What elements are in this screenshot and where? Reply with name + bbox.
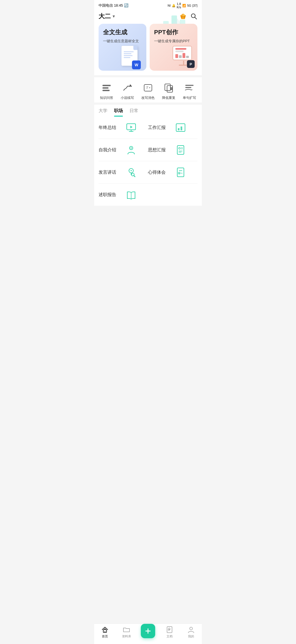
workreport-label: 工作汇报 <box>148 125 170 131</box>
tab-daily[interactable]: 日常 <box>130 108 138 117</box>
tab-workplace[interactable]: 职场 <box>114 108 123 117</box>
menu-row-4: 述职报告 <box>99 184 197 206</box>
svg-rect-14 <box>102 85 111 86</box>
nfc-icon: NI <box>168 4 171 7</box>
search-icon[interactable] <box>190 13 197 20</box>
menu-item-workreport[interactable]: 工作汇报 <box>148 122 197 134</box>
expand-icon <box>183 82 195 94</box>
wifi-icon: 📶 <box>182 4 186 7</box>
ppt-illustration: P <box>173 46 195 68</box>
word-badge: W <box>132 60 141 69</box>
menu-row-1: 年终总结 工作汇报 <box>99 117 197 139</box>
carrier-time: 中国电信 18:45 🔄 <box>99 3 128 8</box>
menu-item-speech[interactable]: 发言讲话 <box>99 166 148 178</box>
dropdown-arrow-icon: ▼ <box>112 14 116 19</box>
rewrite-label: 改写润色 <box>141 96 155 100</box>
sound-icon: 🔔 <box>172 4 176 7</box>
status-bar: 中国电信 18:45 🔄 NI 🔔 1.8K/s 📶 5G [37] <box>94 0 202 10</box>
menu-item-yearsummary[interactable]: 年终总结 <box>99 122 148 134</box>
battery-icon: [37] <box>192 4 197 7</box>
menu-section: 年终总结 工作汇报 <box>94 117 202 206</box>
qa-icon <box>101 82 113 94</box>
novel-label: 小说续写 <box>121 96 134 100</box>
banner-fulltext[interactable]: 全文生成 一键生成任意题材全文 W <box>99 24 146 71</box>
dedup-label: 降低重复 <box>162 96 175 100</box>
svg-text:T: T <box>146 85 148 89</box>
menu-row-2: 自我介绍 思想汇报 <box>99 139 197 161</box>
tab-university[interactable]: 大学 <box>99 108 107 117</box>
selfintro-label: 自我介绍 <box>99 147 121 153</box>
jobreview-label: 述职报告 <box>99 192 121 198</box>
tool-dedup[interactable]: 降低重复 <box>158 82 179 100</box>
experience-label: 心得体会 <box>148 170 170 175</box>
svg-line-13 <box>195 17 197 19</box>
vip-diamond-icon[interactable] <box>179 12 187 20</box>
svg-rect-36 <box>177 146 184 154</box>
grade-selector[interactable]: 大二 ▼ <box>99 12 116 20</box>
qa-label: 知识问答 <box>100 96 113 100</box>
banner-ppt-subtitle: 一键生成专属你的PPT <box>154 39 193 44</box>
presentation-icon <box>125 122 137 134</box>
svg-rect-31 <box>181 126 182 130</box>
banner-section: 全文生成 一键生成任意题材全文 W PPT创 <box>94 24 202 75</box>
yearsummary-label: 年终总结 <box>99 125 121 131</box>
chart-icon <box>175 122 187 134</box>
speech-icon <box>125 166 137 178</box>
person-icon <box>125 144 137 156</box>
checklist-icon: ✕ <box>175 166 187 178</box>
svg-point-43 <box>131 170 132 171</box>
speech-label: 发言讲话 <box>99 170 121 175</box>
tools-section: 知识问答 小说续写 T 改写润色 <box>94 75 202 102</box>
banner-ppt-title: PPT创作 <box>154 28 193 36</box>
svg-rect-30 <box>178 128 179 130</box>
rewrite-icon: T <box>142 82 154 94</box>
menu-item-ideologyrpt[interactable]: 思想汇报 <box>148 144 197 156</box>
document-icon <box>175 144 187 156</box>
svg-rect-23 <box>185 85 194 86</box>
header: 大二 ▼ <box>94 10 202 24</box>
banner-fulltext-title: 全文生成 <box>103 28 142 36</box>
svg-rect-16 <box>102 90 110 91</box>
signal-icon: 5G <box>187 4 191 7</box>
header-actions <box>179 12 197 20</box>
ideologyrpt-label: 思想汇报 <box>148 147 170 153</box>
expand-label: 单句扩写 <box>183 96 196 100</box>
tool-novel[interactable]: 小说续写 <box>117 82 138 100</box>
svg-rect-24 <box>185 87 191 88</box>
tool-rewrite[interactable]: T 改写润色 <box>138 82 158 100</box>
dedup-icon <box>163 82 175 94</box>
menu-item-selfintro[interactable]: 自我介绍 <box>99 144 148 156</box>
svg-rect-15 <box>102 87 109 89</box>
menu-item-experience[interactable]: 心得体会 ✕ <box>148 166 197 178</box>
speed-icon: 1.8K/s <box>177 2 181 9</box>
status-icons: NI 🔔 1.8K/s 📶 5G [37] <box>168 2 197 9</box>
novel-icon <box>121 82 133 94</box>
menu-row-3: 发言讲话 心得体会 <box>99 161 197 184</box>
tool-qa[interactable]: 知识问答 <box>96 82 117 100</box>
category-tabs: 大学 职场 日常 <box>94 102 202 117</box>
svg-line-46 <box>134 176 135 177</box>
svg-text:✕: ✕ <box>179 173 180 174</box>
word-illustration: W <box>121 46 144 68</box>
tool-expand[interactable]: 单句扩写 <box>179 82 200 100</box>
svg-rect-21 <box>165 84 170 91</box>
svg-marker-28 <box>130 126 133 128</box>
grade-label: 大二 <box>99 12 111 20</box>
ppt-badge: P <box>187 60 195 68</box>
menu-item-jobreview[interactable]: 述职报告 <box>99 189 148 201</box>
svg-point-35 <box>131 147 132 149</box>
banner-fulltext-subtitle: 一键生成任意题材全文 <box>103 39 142 44</box>
book-icon <box>125 189 137 201</box>
banner-ppt[interactable]: PPT创作 一键生成专属你的PPT <box>150 24 197 71</box>
svg-point-37 <box>179 147 180 149</box>
